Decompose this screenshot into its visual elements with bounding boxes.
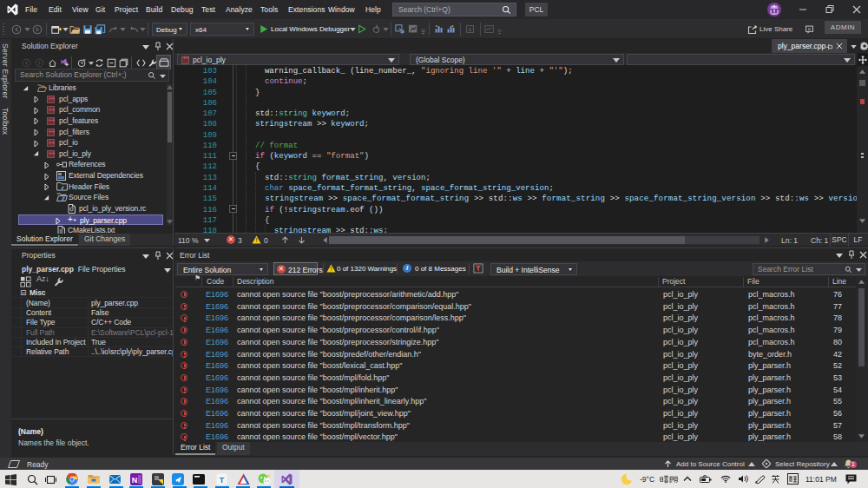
svg-text:T: T	[220, 476, 225, 485]
svg-text:N: N	[132, 476, 138, 485]
svg-text:!: !	[255, 236, 257, 244]
svg-text:!: !	[330, 265, 332, 273]
